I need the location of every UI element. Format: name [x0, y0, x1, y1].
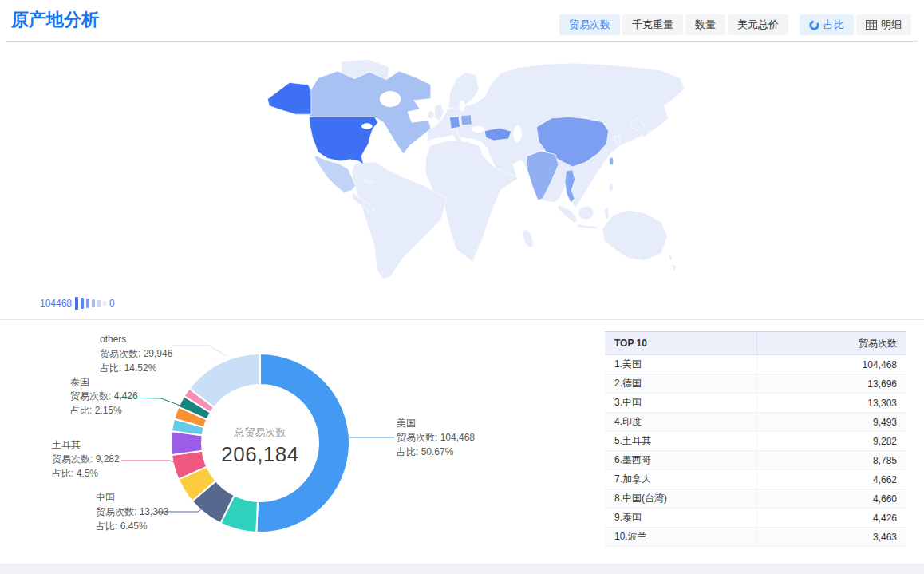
- legend-max-value: 104468: [40, 298, 72, 309]
- table-row: 2.德国13,696: [605, 374, 906, 394]
- legend-bar: [86, 299, 89, 308]
- donut-callout-others: others 贸易次数: 29,946 占比: 14.52%: [100, 332, 172, 375]
- tab-trade-count[interactable]: 贸易次数: [559, 14, 620, 35]
- table-cell-value: 3,463: [757, 528, 906, 546]
- table-cell-value: 8,785: [757, 451, 906, 469]
- table-cell-value: 4,426: [757, 509, 906, 527]
- metric-tab-group: 贸易次数 千克重量 数量 美元总价 占比 明细: [559, 14, 911, 35]
- donut-chart-icon: [809, 20, 819, 30]
- top10-table: TOP 10 贸易次数 1.美国104,4682.德国13,6963.中国13,…: [605, 331, 906, 547]
- donut-callout-usa: 美国 贸易次数: 104,468 占比: 50.67%: [397, 416, 475, 459]
- country-taiwan[interactable]: [610, 157, 614, 165]
- legend-min-value: 0: [109, 298, 115, 309]
- landmass-new-zealand: [669, 254, 677, 271]
- tab-detail-label: 明细: [881, 18, 902, 32]
- donut-callout-china: 中国 贸易次数: 13,303 占比: 6.45%: [96, 490, 168, 533]
- table-row: 4.印度9,493: [605, 413, 906, 432]
- legend-bar: [103, 301, 106, 306]
- landmass-borneo: [578, 206, 594, 220]
- callout-pct: 占比: 50.67%: [397, 445, 475, 459]
- table-cell-country: 8.中国(台湾): [605, 489, 757, 508]
- callout-count: 贸易次数: 4,426: [70, 389, 138, 403]
- legend-bar: [92, 299, 95, 307]
- great-lakes: [361, 123, 373, 129]
- table-row: 6.墨西哥8,785: [605, 451, 906, 470]
- table-cell-country: 7.加拿大: [605, 470, 757, 489]
- table-body: 1.美国104,4682.德国13,6963.中国13,3034.印度9,493…: [605, 355, 906, 547]
- table-row: 9.泰国4,426: [605, 509, 906, 528]
- country-mexico[interactable]: [314, 156, 355, 193]
- table-cell-country: 9.泰国: [605, 509, 757, 527]
- table-cell-country: 6.墨西哥: [605, 451, 757, 469]
- callout-count: 贸易次数: 9,282: [52, 452, 120, 466]
- table-cell-value: 13,696: [757, 374, 906, 393]
- baltic-sea: [459, 101, 464, 112]
- donut-callout-turkey: 土耳其 贸易次数: 9,282 占比: 4.5%: [52, 437, 120, 481]
- table-row: 5.土耳其9,282: [605, 432, 906, 451]
- landmass-sulawesi: [604, 208, 609, 220]
- tab-ratio-label: 占比: [823, 18, 844, 32]
- table-cell-country: 4.印度: [605, 413, 757, 431]
- header-divider: [6, 41, 918, 42]
- country-poland[interactable]: [461, 115, 472, 125]
- table-row: 3.中国13,303: [605, 394, 906, 413]
- table-row: 10.波兰3,463: [605, 528, 906, 547]
- table-cell-value: 9,493: [757, 413, 906, 431]
- donut-center-value: 206,184: [196, 442, 324, 467]
- table-cell-value: 4,660: [757, 489, 906, 508]
- tab-ratio-view[interactable]: 占比: [800, 14, 854, 35]
- callout-name: 美国: [397, 416, 475, 430]
- callout-name: 泰国: [70, 374, 138, 389]
- callout-pct: 占比: 2.15%: [70, 403, 138, 418]
- table-row: 7.加拿大4,662: [605, 470, 906, 489]
- table-header-row: TOP 10 贸易次数: [605, 331, 906, 355]
- callout-count: 贸易次数: 29,946: [100, 346, 172, 361]
- tab-kg-weight[interactable]: 千克重量: [622, 14, 683, 35]
- callout-pct: 占比: 6.45%: [96, 519, 168, 533]
- table-grid-icon: [866, 20, 877, 30]
- legend-color-bars: [75, 297, 106, 310]
- caspian-sea: [513, 125, 522, 142]
- table-header-metric: 贸易次数: [757, 332, 906, 354]
- section-divider: [0, 319, 924, 320]
- origin-analysis-page: 原产地分析 贸易次数 千克重量 数量 美元总价 占比 明细: [0, 0, 924, 574]
- callout-pct: 占比: 14.52%: [100, 361, 172, 375]
- landmass-madagascar: [521, 228, 535, 249]
- country-turkey[interactable]: [484, 128, 511, 141]
- legend-bar: [97, 300, 101, 307]
- callout-count: 贸易次数: 13,303: [96, 505, 168, 519]
- donut-center-label: 总贸易次数 206,184: [196, 426, 324, 467]
- landmass-australia: [602, 210, 668, 261]
- country-usa-alaska[interactable]: [267, 82, 311, 114]
- table-cell-value: 4,662: [757, 470, 906, 489]
- table-cell-country: 5.土耳其: [605, 432, 757, 450]
- tab-usd-total[interactable]: 美元总价: [728, 14, 788, 35]
- donut-callout-thailand: 泰国 贸易次数: 4,426 占比: 2.15%: [70, 374, 138, 418]
- world-map-chart: [263, 58, 686, 279]
- country-germany[interactable]: [449, 117, 460, 129]
- table-cell-value: 104,468: [757, 355, 906, 374]
- table-cell-country: 10.波兰: [605, 528, 757, 546]
- tab-quantity[interactable]: 数量: [685, 14, 725, 35]
- page-title: 原产地分析: [11, 8, 99, 32]
- table-row: 8.中国(台湾)4,660: [605, 489, 906, 509]
- callout-pct: 占比: 4.5%: [52, 466, 120, 481]
- footer-strip: [0, 564, 924, 574]
- tab-detail-view[interactable]: 明细: [856, 14, 911, 35]
- map-color-legend: 104468 0: [40, 297, 115, 310]
- table-row: 1.美国104,468: [605, 355, 906, 374]
- table-cell-country: 2.德国: [605, 374, 757, 393]
- callout-count: 贸易次数: 104,468: [397, 430, 475, 445]
- landmass-java: [577, 224, 598, 229]
- legend-bar: [81, 298, 84, 309]
- table-cell-value: 9,282: [757, 432, 906, 450]
- callout-name: 中国: [96, 490, 168, 505]
- callout-name: others: [100, 332, 172, 346]
- black-sea: [472, 125, 484, 132]
- landmass-philippines: [609, 184, 613, 192]
- table-header-rank: TOP 10: [605, 332, 757, 354]
- landmass-ireland: [428, 111, 433, 119]
- table-cell-country: 1.美国: [605, 355, 757, 374]
- legend-bar: [75, 297, 78, 310]
- hudson-bay: [380, 91, 401, 107]
